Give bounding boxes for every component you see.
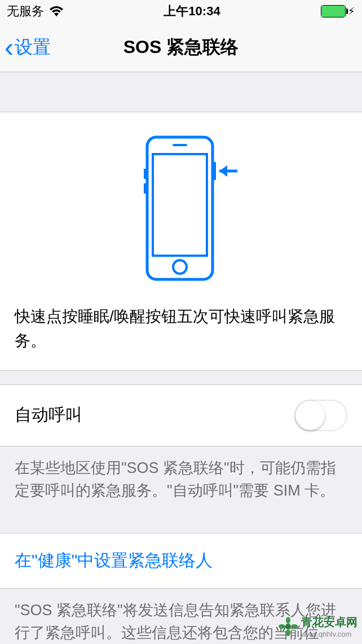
auto-call-label: 自动呼叫 <box>15 404 82 427</box>
svg-rect-4 <box>144 169 147 179</box>
health-link-label: 在"健康"中设置紧急联络人 <box>15 551 213 569</box>
svg-rect-6 <box>213 162 216 180</box>
watermark: 青花安卓网 www.qhhlv.com <box>279 615 357 638</box>
flower-icon <box>279 617 298 636</box>
svg-point-13 <box>291 624 298 629</box>
svg-rect-0 <box>147 137 213 279</box>
chevron-left-icon: ‹ <box>5 34 14 61</box>
battery-icon <box>321 5 346 17</box>
auto-call-row: 自动呼叫 <box>0 384 362 446</box>
back-label: 设置 <box>15 35 51 60</box>
hero-instruction: 快速点按睡眠/唤醒按钮五次可快速呼叫紧急服务。 <box>15 304 347 353</box>
auto-call-footer: 在某些地区使用"SOS 紧急联络"时，可能仍需指定要呼叫的紧急服务。"自动呼叫"… <box>0 446 362 512</box>
health-link-row[interactable]: 在"健康"中设置紧急联络人 <box>0 533 362 589</box>
status-left: 无服务 <box>7 3 63 20</box>
svg-marker-8 <box>219 165 227 177</box>
status-bar: 无服务 上午10:34 ⚡︎ <box>0 0 362 23</box>
toggle-knob <box>295 401 325 430</box>
svg-point-2 <box>173 260 187 274</box>
svg-point-11 <box>286 629 290 636</box>
auto-call-toggle[interactable] <box>294 400 347 431</box>
wifi-icon <box>50 6 63 16</box>
svg-rect-3 <box>173 144 187 146</box>
nav-bar: ‹ 设置 SOS 紧急联络 <box>0 23 362 72</box>
status-time: 上午10:34 <box>164 3 220 20</box>
carrier-text: 无服务 <box>7 3 44 20</box>
page-title: SOS 紧急联络 <box>123 35 239 60</box>
svg-rect-5 <box>144 183 147 194</box>
watermark-title: 青花安卓网 <box>301 616 357 628</box>
svg-point-10 <box>286 617 290 624</box>
back-button[interactable]: ‹ 设置 <box>0 34 51 61</box>
status-right: ⚡︎ <box>321 5 355 17</box>
charging-icon: ⚡︎ <box>348 5 355 17</box>
svg-point-9 <box>285 624 291 629</box>
watermark-url: www.qhhlv.com <box>301 630 357 638</box>
hero-section: 快速点按睡眠/唤醒按钮五次可快速呼叫紧急服务。 <box>0 112 362 371</box>
phone-illustration <box>15 135 347 282</box>
svg-point-12 <box>279 624 285 629</box>
svg-rect-1 <box>153 154 207 256</box>
